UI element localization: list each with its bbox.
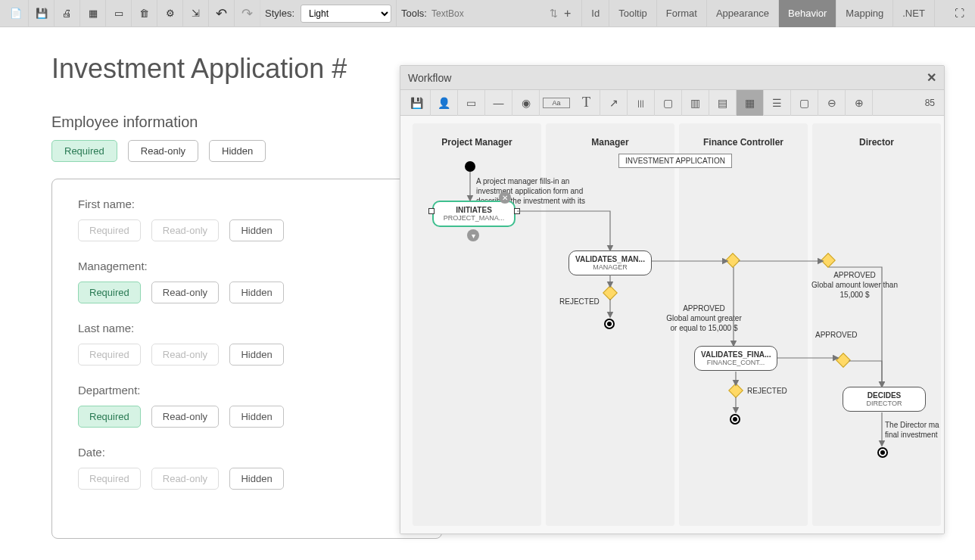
field-pill-read-only[interactable]: Read-only xyxy=(151,282,219,303)
field-pill-read-only[interactable]: Read-only xyxy=(151,468,219,490)
tools-label: Tools: xyxy=(401,8,427,19)
wf-connector-icon[interactable]: ↗ xyxy=(600,90,628,116)
lane-bg xyxy=(812,123,941,526)
edge-label: REJECTED xyxy=(747,387,787,395)
node-title: DECIDES xyxy=(849,391,919,400)
lane-header: Finance Controller xyxy=(679,137,808,148)
wf-label-icon[interactable]: Aa xyxy=(543,98,570,108)
resize-handle[interactable] xyxy=(514,208,520,214)
settings-icon[interactable]: ⚙ xyxy=(157,0,183,27)
end-node[interactable] xyxy=(877,447,888,458)
node-title: VALIDATES_FINA... xyxy=(701,350,771,359)
field-pill-hidden[interactable]: Hidden xyxy=(229,468,284,490)
section-pill-hidden[interactable]: Hidden xyxy=(209,140,266,162)
node-delete-icon[interactable]: ✕ xyxy=(499,191,511,204)
wf-text-icon[interactable]: T xyxy=(573,90,600,116)
start-node[interactable] xyxy=(465,161,475,172)
fullscreen-icon[interactable]: ⛶ xyxy=(946,0,972,27)
field-label: Department: xyxy=(78,384,416,397)
section-pill-required[interactable]: Required xyxy=(51,140,117,162)
grid-add-icon[interactable]: ▦ xyxy=(80,0,106,27)
node-title: INITIATES xyxy=(440,206,508,214)
workflow-title: Workflow xyxy=(408,72,451,84)
field-pill-hidden[interactable]: Hidden xyxy=(229,406,284,428)
resize-handle[interactable] xyxy=(428,208,435,214)
wf-save-icon[interactable]: 💾 xyxy=(403,90,431,116)
redo-icon[interactable]: ↷ xyxy=(235,0,260,27)
node-subtitle: MANAGER xyxy=(575,263,645,271)
tree-icon[interactable]: ⇲ xyxy=(183,0,209,27)
node-expand-icon[interactable]: ▾ xyxy=(467,229,479,241)
node-decides[interactable]: DECIDES DIRECTOR xyxy=(843,387,926,412)
field-pills: RequiredRead-onlyHidden xyxy=(78,282,416,303)
wf-rect-icon[interactable]: ▭ xyxy=(458,90,485,116)
tab-appearance[interactable]: Appearance xyxy=(707,0,779,27)
node-title: VALIDATES_MAN... xyxy=(575,255,645,263)
workflow-name-badge: INVESTMENT APPLICATION xyxy=(618,154,732,168)
wf-circle-icon[interactable]: ◉ xyxy=(512,90,540,116)
edge-label: APPROVED Global amount lower than 15,000… xyxy=(809,270,900,300)
field-pill-required[interactable]: Required xyxy=(78,406,141,428)
node-subtitle: DIRECTOR xyxy=(849,400,919,407)
tools-stepper-icon[interactable]: ⇅ xyxy=(550,8,558,19)
tab-behavior[interactable]: Behavior xyxy=(779,0,836,27)
field-pill-read-only[interactable]: Read-only xyxy=(151,406,219,428)
new-file-icon[interactable]: 📄 xyxy=(3,0,29,27)
edge-label: APPROVED Global amount greater or equal … xyxy=(662,303,746,333)
tab-format[interactable]: Format xyxy=(657,0,707,27)
close-icon[interactable]: ✕ xyxy=(927,70,936,85)
workflow-header: Workflow ✕ xyxy=(400,66,944,90)
edge-label: APPROVED xyxy=(815,331,858,339)
node-subtitle: PROJECT_MANA... xyxy=(440,214,508,222)
workflow-panel: Workflow ✕ 💾 👤 ▭ — ◉ Aa T ↗ ⫼ ▢ ▥ ▤ ▦ ☰ … xyxy=(400,65,945,534)
workflow-canvas[interactable]: Project Manager Manager Finance Controll… xyxy=(400,116,944,534)
field-pill-hidden[interactable]: Hidden xyxy=(229,219,284,241)
field-pill-hidden[interactable]: Hidden xyxy=(229,344,284,366)
wf-columns-icon[interactable]: ▥ xyxy=(682,90,709,116)
wf-add-actor-icon[interactable]: 👤 xyxy=(431,90,458,116)
add-tool-icon[interactable]: + xyxy=(558,7,577,20)
tools-group: Tools: ⇅ + xyxy=(397,0,582,27)
print-icon[interactable]: 🖨 xyxy=(55,0,80,27)
node-validates-manager[interactable]: VALIDATES_MAN... MANAGER xyxy=(568,250,652,275)
field-pill-read-only[interactable]: Read-only xyxy=(151,344,219,366)
workflow-toolbar: 💾 👤 ▭ — ◉ Aa T ↗ ⫼ ▢ ▥ ▤ ▦ ☰ ▢ ⊖ ⊕ 85 xyxy=(400,90,944,116)
save-icon[interactable]: 💾 xyxy=(29,0,55,27)
field-row: First name:RequiredRead-onlyHidden xyxy=(78,198,416,241)
node-initiates[interactable]: INITIATES PROJECT_MANA... xyxy=(432,201,516,227)
end-node[interactable] xyxy=(730,414,740,425)
tab-id[interactable]: Id xyxy=(582,0,609,27)
tab-dotnet[interactable]: .NET xyxy=(893,0,935,27)
responsive-icon[interactable]: ▭ xyxy=(106,0,132,27)
delete-icon[interactable]: 🗑 xyxy=(132,0,157,27)
field-label: Date: xyxy=(78,446,416,459)
section-pill-read-only[interactable]: Read-only xyxy=(128,140,198,162)
field-pill-required[interactable]: Required xyxy=(78,468,141,490)
wf-zoom-in-icon[interactable]: ⊕ xyxy=(846,90,873,116)
field-pill-required[interactable]: Required xyxy=(78,344,141,366)
node-subtitle: FINANCE_CONT... xyxy=(701,359,771,366)
field-pill-read-only[interactable]: Read-only xyxy=(151,219,219,241)
field-row: Department:RequiredRead-onlyHidden xyxy=(78,384,416,428)
end-node[interactable] xyxy=(604,319,615,329)
field-pill-hidden[interactable]: Hidden xyxy=(229,282,284,303)
styles-select[interactable]: Light xyxy=(301,5,391,23)
wf-zoom-out-icon[interactable]: ⊖ xyxy=(818,90,846,116)
tab-tooltip[interactable]: Tooltip xyxy=(609,0,657,27)
wf-swimlane-icon[interactable]: ⫼ xyxy=(628,90,655,116)
wf-card-icon[interactable]: ▢ xyxy=(791,90,818,116)
field-pill-required[interactable]: Required xyxy=(78,282,141,303)
wf-grid-icon[interactable]: ▦ xyxy=(737,90,764,116)
wf-rows-icon[interactable]: ▤ xyxy=(709,90,737,116)
tools-input[interactable] xyxy=(427,5,550,23)
wf-panel-icon[interactable]: ▢ xyxy=(655,90,682,116)
undo-icon[interactable]: ↶ xyxy=(209,0,235,27)
field-pill-required[interactable]: Required xyxy=(78,219,141,241)
field-pills: RequiredRead-onlyHidden xyxy=(78,406,416,428)
wf-line-icon[interactable]: — xyxy=(485,90,512,116)
tab-mapping[interactable]: Mapping xyxy=(836,0,893,27)
node-validates-finance[interactable]: VALIDATES_FINA... FINANCE_CONT... xyxy=(694,346,777,371)
lane-header: Project Manager xyxy=(413,137,541,148)
wf-list-icon[interactable]: ☰ xyxy=(764,90,791,116)
styles-label: Styles: xyxy=(265,8,294,19)
